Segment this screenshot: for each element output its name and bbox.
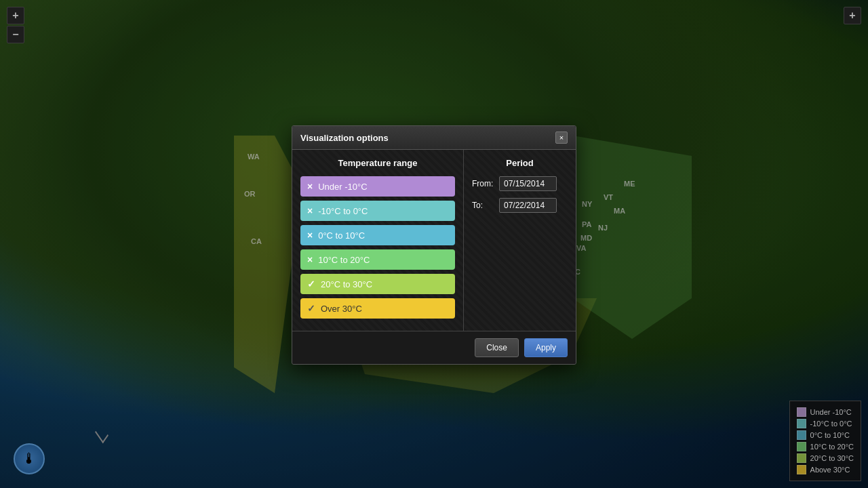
temp-range-10-20-button[interactable]: × 10°C to 20°C [300, 249, 455, 270]
period-to-row: To: [472, 198, 568, 213]
20-30-label: 20°C to 30°C [321, 279, 372, 289]
to-label: To: [472, 201, 494, 210]
minus10-0-label: -10°C to 0°C [318, 206, 368, 216]
0-10-label: 0°C to 10°C [318, 230, 365, 241]
under-10-label: Under -10°C [318, 182, 367, 192]
from-date-input[interactable] [499, 176, 557, 191]
dialog-title: Visualization options [300, 133, 389, 143]
apply-button[interactable]: Apply [524, 338, 568, 357]
temp-range-under-10-button[interactable]: × Under -10°C [300, 176, 455, 197]
over30-check-icon: ✓ [307, 303, 315, 314]
over30-label: Over 30°C [321, 304, 362, 314]
10-20-label: 10°C to 20°C [318, 255, 370, 265]
from-label: From: [472, 179, 494, 188]
dialog-body: Temperature range × Under -10°C × -10°C … [292, 150, 576, 331]
minus10-0-check-icon: × [307, 205, 313, 216]
temp-range-over30-button[interactable]: ✓ Over 30°C [300, 298, 455, 319]
temperature-range-header: Temperature range [300, 158, 455, 168]
dialog-footer: Close Apply [292, 331, 576, 364]
20-30-check-icon: ✓ [307, 279, 315, 289]
period-panel: Period From: To: [464, 150, 576, 331]
temperature-range-panel: Temperature range × Under -10°C × -10°C … [292, 150, 464, 331]
close-button[interactable]: Close [475, 338, 519, 357]
period-header: Period [472, 158, 568, 168]
dialog-titlebar: Visualization options × [292, 126, 576, 150]
temp-range-20-30-button[interactable]: ✓ 20°C to 30°C [300, 274, 455, 294]
visualization-options-dialog: Visualization options × Temperature rang… [292, 125, 576, 365]
10-20-check-icon: × [307, 254, 313, 265]
dialog-close-x-button[interactable]: × [555, 131, 568, 144]
0-10-check-icon: × [307, 230, 313, 241]
temp-range-minus10-0-button[interactable]: × -10°C to 0°C [300, 201, 455, 221]
under-10-check-icon: × [307, 181, 313, 192]
period-from-row: From: [472, 176, 568, 191]
to-date-input[interactable] [499, 198, 557, 213]
temp-range-0-10-button[interactable]: × 0°C to 10°C [300, 225, 455, 245]
